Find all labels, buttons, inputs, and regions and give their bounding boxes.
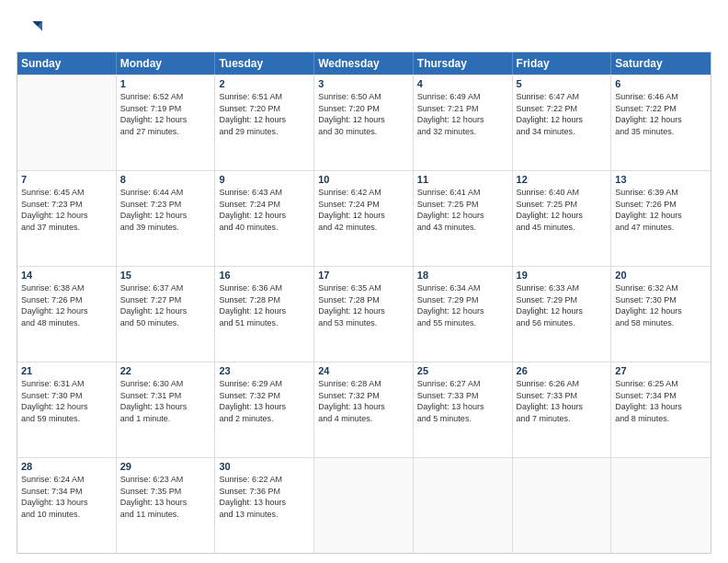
cell-info: Daylight: 13 hours [219,401,310,413]
cell-info: Sunset: 7:30 PM [21,390,112,402]
day-header-wednesday: Wednesday [314,52,414,75]
cell-info: and 11 minutes. [120,509,211,521]
cell-info: and 5 minutes. [417,413,508,425]
calendar-header: SundayMondayTuesdayWednesdayThursdayFrid… [17,52,711,75]
cell-info: and 2 minutes. [219,413,310,425]
cell-info: Daylight: 12 hours [21,401,112,413]
cell-info: and 53 minutes. [318,317,409,329]
cell-info: Daylight: 12 hours [21,305,112,317]
day-number: 6 [615,78,707,89]
calendar-row-0: 1Sunrise: 6:52 AMSunset: 7:19 PMDaylight… [17,75,711,170]
cell-info: Daylight: 12 hours [417,305,508,317]
day-number: 21 [21,365,112,376]
cell-info: Sunset: 7:33 PM [417,390,508,402]
day-13: 13Sunrise: 6:39 AMSunset: 7:26 PMDayligh… [611,171,711,266]
cell-info: Sunrise: 6:30 AM [120,378,211,390]
cell-info: Sunrise: 6:32 AM [615,282,707,294]
day-17: 17Sunrise: 6:35 AMSunset: 7:28 PMDayligh… [314,267,414,362]
day-11: 11Sunrise: 6:41 AMSunset: 7:25 PMDayligh… [414,171,513,266]
day-number: 13 [615,174,707,185]
day-number: 7 [21,174,112,185]
cell-info: Sunset: 7:28 PM [318,294,409,306]
day-10: 10Sunrise: 6:42 AMSunset: 7:24 PMDayligh… [314,171,414,266]
cell-info: Sunrise: 6:49 AM [417,91,508,103]
cell-info: Sunrise: 6:52 AM [120,91,211,103]
cell-info: Daylight: 12 hours [615,210,707,222]
cell-info: Sunrise: 6:31 AM [21,378,112,390]
cell-info: Sunrise: 6:27 AM [417,378,508,390]
cell-info: Sunset: 7:30 PM [615,294,707,306]
cell-info: Sunrise: 6:40 AM [517,187,608,199]
day-header-saturday: Saturday [611,52,711,75]
cell-info: Sunset: 7:28 PM [219,294,310,306]
cell-info: Sunset: 7:29 PM [517,294,608,306]
cell-info: and 39 minutes. [120,222,211,234]
cell-info: Sunrise: 6:50 AM [318,91,409,103]
day-number: 14 [21,270,112,281]
cell-info: Daylight: 13 hours [517,401,608,413]
cell-info: Daylight: 13 hours [417,401,508,413]
day-number: 10 [318,174,409,185]
cell-info: and 8 minutes. [615,413,707,425]
cell-info: Sunrise: 6:36 AM [219,282,310,294]
cell-info: Daylight: 13 hours [219,497,310,509]
day-24: 24Sunrise: 6:28 AMSunset: 7:32 PMDayligh… [314,362,414,457]
cell-info: and 32 minutes. [417,126,508,138]
cell-info: Sunset: 7:22 PM [517,103,608,115]
day-29: 29Sunrise: 6:23 AMSunset: 7:35 PMDayligh… [117,458,216,553]
calendar-row-4: 28Sunrise: 6:24 AMSunset: 7:34 PMDayligh… [17,457,711,553]
cell-info: Sunset: 7:24 PM [219,199,310,211]
cell-info: Sunrise: 6:33 AM [517,282,608,294]
cell-info: and 37 minutes. [21,222,112,234]
cell-info: Sunrise: 6:22 AM [219,474,310,486]
cell-info: Daylight: 12 hours [120,114,211,126]
day-number: 15 [120,270,211,281]
day-number: 27 [615,365,707,376]
day-5: 5Sunrise: 6:47 AMSunset: 7:22 PMDaylight… [513,75,612,170]
cell-info: Sunset: 7:19 PM [120,103,211,115]
day-2: 2Sunrise: 6:51 AMSunset: 7:20 PMDaylight… [215,75,314,170]
day-number: 25 [417,365,508,376]
day-number: 3 [318,78,409,89]
day-9: 9Sunrise: 6:43 AMSunset: 7:24 PMDaylight… [215,171,314,266]
day-header-tuesday: Tuesday [215,52,314,75]
cell-info: Daylight: 12 hours [318,305,409,317]
day-12: 12Sunrise: 6:40 AMSunset: 7:25 PMDayligh… [513,171,612,266]
cell-info: and 48 minutes. [21,317,112,329]
cell-info: Sunrise: 6:37 AM [120,282,211,294]
day-number: 30 [219,461,310,472]
cell-info: Daylight: 13 hours [120,401,211,413]
cell-info: Sunset: 7:25 PM [517,199,608,211]
cell-info: and 58 minutes. [615,317,707,329]
cell-info: Sunset: 7:25 PM [417,199,508,211]
cell-info: Sunset: 7:29 PM [417,294,508,306]
day-28: 28Sunrise: 6:24 AMSunset: 7:34 PMDayligh… [17,458,117,553]
cell-info: Daylight: 12 hours [417,114,508,126]
cell-info: and 50 minutes. [120,317,211,329]
cell-info: and 43 minutes. [417,222,508,234]
day-number: 29 [120,461,211,472]
cell-info: and 56 minutes. [517,317,608,329]
empty-cell [611,458,711,553]
day-number: 16 [219,270,310,281]
day-number: 19 [517,270,608,281]
cell-info: Sunrise: 6:23 AM [120,474,211,486]
svg-rect-0 [17,17,42,42]
empty-cell [17,75,117,170]
day-header-thursday: Thursday [414,52,513,75]
cell-info: and 30 minutes. [318,126,409,138]
cell-info: Sunrise: 6:39 AM [615,187,707,199]
empty-cell [513,458,612,553]
cell-info: Daylight: 12 hours [120,210,211,222]
cell-info: Sunset: 7:27 PM [120,294,211,306]
day-26: 26Sunrise: 6:26 AMSunset: 7:33 PMDayligh… [513,362,612,457]
cell-info: Daylight: 13 hours [318,401,409,413]
day-number: 17 [318,270,409,281]
cell-info: Sunset: 7:32 PM [318,390,409,402]
day-number: 26 [517,365,608,376]
day-23: 23Sunrise: 6:29 AMSunset: 7:32 PMDayligh… [215,362,314,457]
cell-info: and 42 minutes. [318,222,409,234]
cell-info: Sunrise: 6:26 AM [517,378,608,390]
logo [17,17,46,42]
day-30: 30Sunrise: 6:22 AMSunset: 7:36 PMDayligh… [215,458,314,553]
